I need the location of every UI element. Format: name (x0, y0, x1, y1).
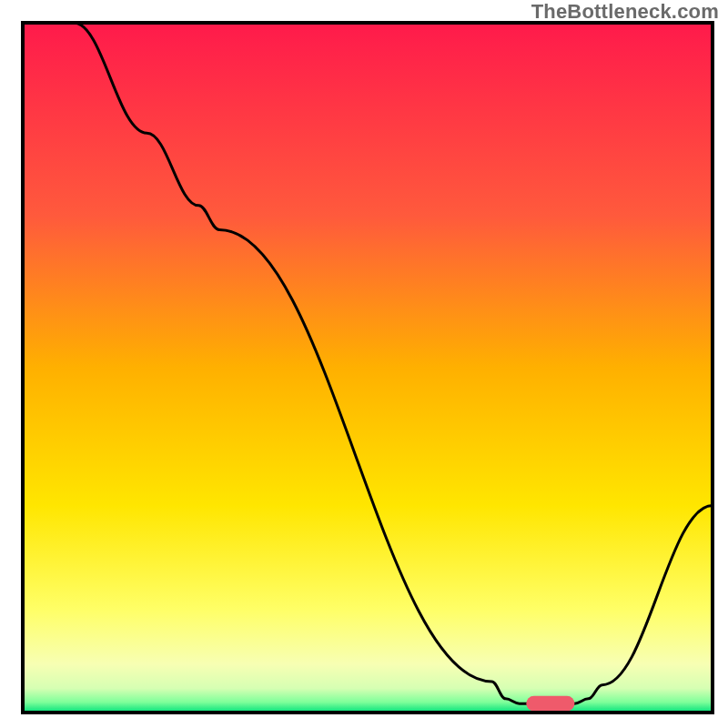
gradient-background (23, 23, 713, 713)
bottleneck-chart (0, 0, 728, 728)
optimum-marker (526, 696, 574, 712)
watermark: TheBottleneck.com (531, 0, 719, 24)
plot-area (23, 23, 713, 713)
chart-container: TheBottleneck.com (0, 0, 728, 728)
